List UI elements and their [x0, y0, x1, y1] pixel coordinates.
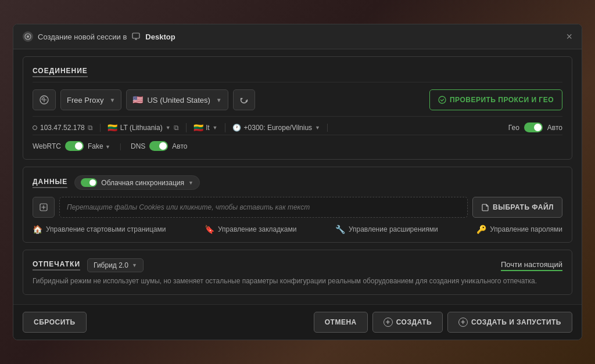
- dialog-body: СОЕДИНЕНИЕ Free Proxy ▼ 🇺🇸 US (United St…: [13, 49, 582, 304]
- data-section-title: ДАННЫЕ: [33, 178, 67, 188]
- create-button[interactable]: + СОЗДАТЬ: [372, 312, 443, 333]
- geo-country-label: LT (Lithuania): [120, 124, 163, 132]
- dns-toggle-row: DNS Авто: [131, 141, 188, 151]
- dns-value: Авто: [172, 142, 187, 150]
- fp-section-title: ОТПЕЧАТКИ: [33, 260, 80, 271]
- country-flag: 🇺🇸: [132, 95, 144, 105]
- check-icon: [438, 96, 446, 104]
- connection-row2: 103.47.52.178 ⧉ 🇱🇹 LT (Lithuania) ▼ ⧉ 🇱🇹…: [33, 116, 562, 132]
- fp-mode-label: Гибрид 2.0: [94, 261, 128, 269]
- create-label: СОЗДАТЬ: [396, 318, 432, 326]
- geo-lang-flag: 🇱🇹: [193, 123, 203, 132]
- ip-dot: [33, 125, 37, 130]
- choose-file-label: ВЫБРАТЬ ФАЙЛ: [493, 203, 554, 211]
- create-launch-plus-icon: +: [458, 318, 468, 327]
- timezone-item: 🕐 +0300: Europe/Vilnius ▼: [232, 124, 328, 132]
- bottom-right: ОТМЕНА + СОЗДАТЬ + СОЗДАТЬ И ЗАПУСТИТЬ: [314, 312, 572, 333]
- bookmarks-link[interactable]: 🔖 Управление закладками: [205, 225, 296, 234]
- create-plus-icon: +: [383, 318, 393, 327]
- cookie-icon: [38, 202, 49, 212]
- data-links: 🏠 Управление стартовыми страницами 🔖 Упр…: [33, 225, 562, 234]
- proxy-type-select[interactable]: Free Proxy ▼: [60, 89, 121, 110]
- data-section-header: ДАННЫЕ Облачная синхронизация ▼: [33, 175, 562, 190]
- home-icon: 🏠: [33, 225, 42, 234]
- cookie-area: ВЫБРАТЬ ФАЙЛ: [33, 197, 562, 218]
- bookmarks-label: Управление закладками: [218, 225, 296, 233]
- fingerprints-section: ОТПЕЧАТКИ Гибрид 2.0 ▼ Почти настоящий Г…: [23, 250, 572, 295]
- passwords-label: Управление паролями: [490, 225, 562, 233]
- timezone-chevron[interactable]: ▼: [315, 125, 320, 131]
- timezone-label: +0300: Europe/Vilnius: [244, 124, 313, 132]
- extensions-link[interactable]: 🔧 Управление расширениями: [335, 225, 438, 234]
- dialog: Создание новой сессии в Desktop × СОЕДИН…: [13, 24, 582, 340]
- divider1: |: [120, 142, 121, 150]
- passwords-link[interactable]: 🔑 Управление паролями: [476, 225, 562, 234]
- close-button[interactable]: ×: [566, 31, 572, 42]
- geo-value: Авто: [547, 124, 562, 132]
- check-proxy-label: ПРОВЕРИТЬ ПРОКСИ И ГЕО: [450, 96, 554, 104]
- country-select[interactable]: 🇺🇸 US (United States) ▼: [126, 89, 228, 110]
- cloud-chevron: ▼: [188, 180, 193, 186]
- fp-mode-chevron: ▼: [132, 262, 137, 268]
- bookmark-icon: 🔖: [205, 225, 214, 234]
- fp-header: ОТПЕЧАТКИ Гибрид 2.0 ▼ Почти настоящий: [33, 258, 562, 272]
- app-name: Desktop: [145, 33, 175, 41]
- bottom-bar: СБРОСИТЬ ОТМЕНА + СОЗДАТЬ + СОЗДАТЬ И ЗА…: [13, 304, 582, 340]
- desktop-icon: [131, 32, 141, 41]
- fp-left: ОТПЕЧАТКИ Гибрид 2.0 ▼: [33, 258, 144, 272]
- dialog-header: Создание новой сессии в Desktop ×: [13, 24, 582, 49]
- start-pages-label: Управление стартовыми страницами: [46, 225, 166, 233]
- webrtc-toggle[interactable]: [65, 141, 84, 151]
- copy-geo-icon[interactable]: ⧉: [174, 124, 179, 132]
- dialog-title: Создание новой сессии в Desktop: [23, 31, 175, 42]
- fp-quality: Почти настоящий: [501, 260, 562, 271]
- cloud-sync-toggle[interactable]: Облачная синхронизация ▼: [74, 175, 200, 190]
- proxy-type-label: Free Proxy: [67, 96, 104, 104]
- connection-section: СОЕДИНЕНИЕ Free Proxy ▼ 🇺🇸 US (United St…: [23, 56, 572, 160]
- key-icon: 🔑: [476, 225, 486, 234]
- proxy-type-chevron: ▼: [110, 97, 116, 103]
- create-launch-label: СОЗДАТЬ И ЗАПУСТИТЬ: [471, 318, 561, 326]
- dialog-title-text: Создание новой сессии в: [38, 33, 127, 41]
- fp-description: Гибридный режим не использует шумы, но з…: [33, 276, 562, 286]
- copy-ip-icon[interactable]: ⧉: [88, 124, 93, 132]
- geo-country-item: 🇱🇹 LT (Lithuania) ▼ ⧉: [107, 123, 187, 132]
- webrtc-value[interactable]: Fake ▼: [88, 142, 110, 150]
- country-chevron: ▼: [216, 97, 222, 103]
- refresh-button[interactable]: [233, 89, 255, 110]
- cookie-input[interactable]: [59, 197, 468, 218]
- cloud-sync-label: Облачная синхронизация: [101, 179, 184, 187]
- extensions-icon: 🔧: [335, 225, 345, 234]
- app-icon: [23, 31, 33, 42]
- connection-section-title: СОЕДИНЕНИЕ: [33, 67, 88, 77]
- data-section: ДАННЫЕ Облачная синхронизация ▼: [23, 167, 572, 243]
- webrtc-label: WebRTC: [33, 142, 61, 150]
- cookie-icon-btn[interactable]: [33, 197, 55, 218]
- connection-row3: WebRTC Fake ▼ | DNS Авто: [33, 135, 562, 151]
- geo-lang-chevron[interactable]: ▼: [213, 125, 218, 131]
- geo-auto-item: Гео Авто: [508, 122, 562, 132]
- dns-label: DNS: [131, 142, 145, 150]
- geo-toggle[interactable]: [524, 122, 543, 132]
- connection-row1: Free Proxy ▼ 🇺🇸 US (United States) ▼: [33, 89, 562, 110]
- geo-country-chevron[interactable]: ▼: [166, 125, 171, 131]
- svg-point-3: [439, 96, 446, 103]
- svg-rect-1: [132, 33, 139, 38]
- reset-button[interactable]: СБРОСИТЬ: [23, 312, 87, 333]
- country-label: US (United States): [147, 96, 210, 104]
- proxy-icon-btn[interactable]: [33, 89, 56, 110]
- cloud-toggle-switch: [81, 178, 97, 187]
- ip-address: 103.47.52.178: [40, 124, 85, 132]
- dns-toggle[interactable]: [149, 141, 168, 151]
- check-proxy-button[interactable]: ПРОВЕРИТЬ ПРОКСИ И ГЕО: [429, 89, 562, 110]
- file-icon: [481, 203, 489, 211]
- choose-file-button[interactable]: ВЫБРАТЬ ФАЙЛ: [472, 197, 562, 218]
- clock-icon: 🕐: [232, 124, 241, 132]
- geo-lang-label: lt: [206, 124, 210, 132]
- extensions-label: Управление расширениями: [349, 225, 438, 233]
- create-launch-button[interactable]: + СОЗДАТЬ И ЗАПУСТИТЬ: [447, 312, 572, 333]
- fp-mode-select[interactable]: Гибрид 2.0 ▼: [87, 258, 144, 272]
- cancel-button[interactable]: ОТМЕНА: [314, 312, 368, 333]
- start-pages-link[interactable]: 🏠 Управление стартовыми страницами: [33, 225, 166, 234]
- webrtc-toggle-row: WebRTC Fake ▼: [33, 141, 110, 151]
